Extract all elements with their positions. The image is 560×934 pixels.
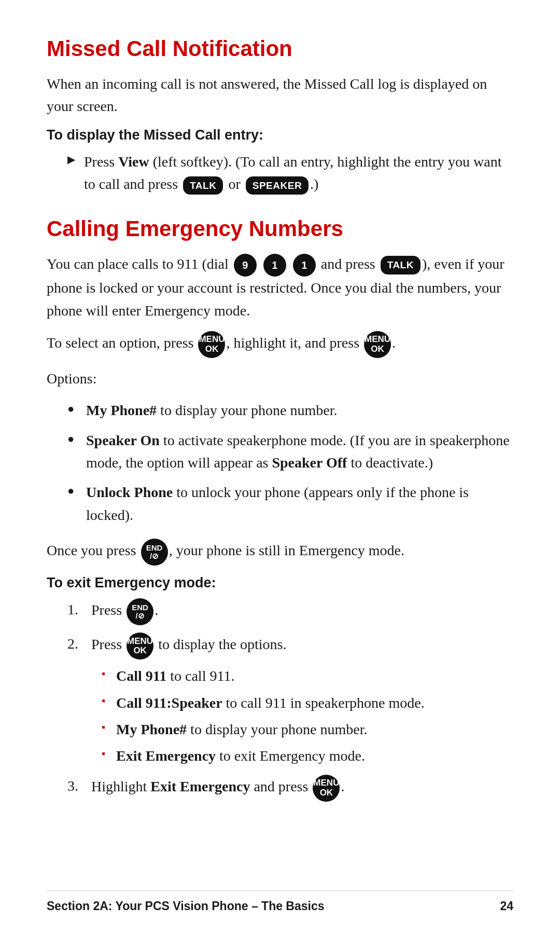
menu-key-2: MENUOK bbox=[364, 331, 391, 358]
step-3: 3. Highlight Exit Emergency and press ME… bbox=[67, 775, 513, 802]
bullet-item-3: Unlock Phone to unlock your phone (appea… bbox=[67, 481, 513, 526]
exit-steps: 1. Press END/⊘. 2. Press MENUOK to displ… bbox=[47, 598, 513, 802]
end-key-2: END/⊘ bbox=[127, 598, 153, 625]
end-key-1: END/⊘ bbox=[141, 539, 168, 566]
speaker-key: SPEAKER bbox=[246, 176, 309, 195]
to-exit-label: To exit Emergency mode: bbox=[47, 575, 513, 591]
options-label: Options: bbox=[47, 367, 513, 390]
arrow-list: Press View (left softkey). (To call an e… bbox=[47, 150, 513, 196]
sub-item-3: My Phone# to display your phone number. bbox=[102, 718, 513, 740]
once-para: Once you press END/⊘, your phone is stil… bbox=[47, 539, 513, 566]
options-list: My Phone# to display your phone number. … bbox=[47, 399, 513, 526]
section1-intro: When an incoming call is not answered, t… bbox=[47, 73, 513, 118]
page-footer: Section 2A: Your PCS Vision Phone – The … bbox=[47, 890, 513, 913]
section2-para1: You can place calls to 911 (dial 9 1 1 a… bbox=[47, 253, 513, 322]
section1-title: Missed Call Notification bbox=[47, 36, 513, 61]
menu-key-3: MENUOK bbox=[127, 633, 153, 660]
sub-item-2: Call 911:Speaker to call 911 in speakerp… bbox=[102, 692, 513, 714]
sub-item-1: Call 911 to call 911. bbox=[102, 665, 513, 687]
sub-options: Call 911 to call 911. Call 911:Speaker t… bbox=[91, 665, 513, 767]
bullet-item-1: My Phone# to display your phone number. bbox=[67, 399, 513, 421]
menu-key-1: MENUOK bbox=[198, 331, 225, 358]
step-num-2: 2. bbox=[67, 633, 78, 655]
footer-left: Section 2A: Your PCS Vision Phone – The … bbox=[47, 899, 325, 913]
bullet-item-2: Speaker On to activate speakerphone mode… bbox=[67, 429, 513, 474]
talk-key-1: TALK bbox=[183, 176, 223, 195]
key-one2: 1 bbox=[293, 254, 316, 277]
arrow-item: Press View (left softkey). (To call an e… bbox=[67, 150, 513, 196]
key-one1: 1 bbox=[263, 254, 286, 277]
section2-title: Calling Emergency Numbers bbox=[47, 216, 513, 241]
step-2: 2. Press MENUOK to display the options. … bbox=[67, 633, 513, 767]
to-display-label: To display the Missed Call entry: bbox=[47, 127, 513, 143]
step-num-3: 3. bbox=[67, 775, 78, 797]
talk-key-2: TALK bbox=[381, 256, 421, 274]
step-1: 1. Press END/⊘. bbox=[67, 598, 513, 625]
section2-para2: To select an option, press MENUOK, highl… bbox=[47, 331, 513, 358]
sub-item-4: Exit Emergency to exit Emergency mode. bbox=[102, 745, 513, 767]
step-num-1: 1. bbox=[67, 598, 78, 621]
footer-right: 24 bbox=[500, 899, 513, 913]
menu-key-4: MENUOK bbox=[313, 775, 340, 802]
key-nine: 9 bbox=[234, 254, 257, 277]
